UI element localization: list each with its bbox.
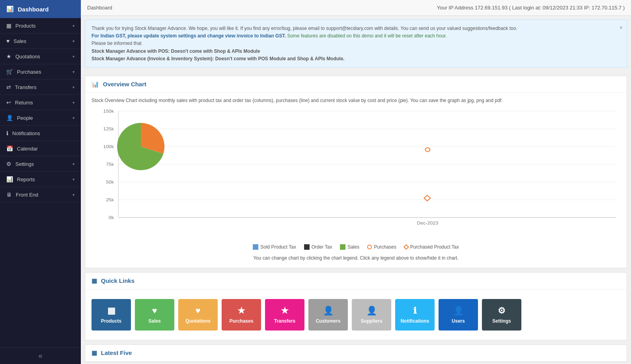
quick-links-section: ▦ Quick Links ▦Products♥Sales♥Quotations…	[85, 272, 627, 340]
latest-icon: ▦	[91, 349, 97, 357]
chart-legend: Sold Product Tax Order Tax Sales Purchas…	[91, 241, 620, 253]
chart-description: Stock Overview Chart including monthly s…	[91, 98, 620, 103]
sidebar-items: ▦ Products ▾ ♥ Sales ▾ ★ Quotations ▾ 🛒 …	[0, 18, 81, 202]
notifications-quicklink-label: Notifications	[401, 318, 429, 324]
arrow-settings: ▾	[73, 162, 75, 166]
banner-close-button[interactable]: ×	[620, 23, 623, 32]
overview-chart-header: 📊 Overview Chart	[85, 76, 627, 93]
sidebar-item-people[interactable]: 👤 People ▾	[0, 110, 81, 126]
sidebar-item-reports[interactable]: 📊 Reports ▾	[0, 172, 81, 187]
svg-text:25k: 25k	[106, 197, 114, 202]
arrow-sales: ▾	[73, 39, 75, 43]
suppliers-quicklink-label: Suppliers	[361, 318, 383, 324]
quicklink-products-button[interactable]: ▦Products	[91, 299, 131, 331]
arrow-frontend: ▾	[73, 193, 75, 197]
quicklink-quotations-button[interactable]: ♥Quotations	[178, 299, 218, 331]
legend-label-order-tax: Order Tax	[312, 244, 332, 250]
overview-chart-title: Overview Chart	[103, 81, 146, 87]
settings-icon: ⚙	[6, 161, 11, 167]
svg-text:Dec-2023: Dec-2023	[417, 221, 439, 225]
quicklink-settings-button[interactable]: ⚙Settings	[482, 299, 521, 331]
arrow-returns: ▾	[73, 100, 75, 105]
legend-sales[interactable]: Sales	[340, 244, 359, 250]
sidebar-label-notifications: Notifications	[12, 130, 40, 136]
legend-purchases[interactable]: Purchases	[367, 244, 396, 250]
purchases-quicklink-label: Purchases	[230, 318, 254, 324]
transfers-quicklink-label: Transfers	[274, 318, 295, 324]
sidebar-item-returns[interactable]: ↩ Returns ▾	[0, 95, 81, 110]
settings-quicklink-icon: ⚙	[498, 306, 506, 316]
notifications-quicklink-icon: ℹ	[413, 306, 416, 316]
quicklink-suppliers-button[interactable]: 👤Suppliers	[352, 299, 391, 331]
customers-quicklink-label: Customers	[316, 318, 341, 324]
banner-text1: Thank you for trying Stock Manager Advan…	[91, 25, 620, 32]
quicklink-transfers-button[interactable]: ★Transfers	[265, 299, 304, 331]
chart-icon: 📊	[91, 81, 99, 88]
sidebar-collapse-button[interactable]: «	[0, 347, 81, 364]
grid-icon: ▦	[91, 277, 97, 284]
overview-chart-section: 📊 Overview Chart Stock Overview Chart in…	[85, 76, 627, 268]
calendar-icon: 📅	[6, 145, 13, 152]
main-content: Dashboard Your IP Address 172.69.151.93 …	[81, 0, 631, 364]
latest-five-header: ▦ Latest Five	[85, 345, 627, 362]
legend-sold-product-tax[interactable]: Sold Product Tax	[253, 244, 296, 250]
legend-purchased-product-tax[interactable]: Purchased Product Tax	[404, 244, 459, 250]
legend-label-purchased-product-tax: Purchased Product Tax	[410, 244, 459, 250]
suppliers-quicklink-icon: 👤	[366, 306, 377, 316]
sidebar-label-transfers: Transfers	[15, 84, 36, 90]
banner-text4: Stock Manager Advance with POS: Doesn't …	[91, 48, 260, 54]
legend-diamond-purchased-product-tax	[403, 244, 409, 250]
quotations-quicklink-icon: ♥	[195, 306, 200, 316]
sidebar-item-notifications[interactable]: ℹ Notifications	[0, 126, 81, 141]
svg-text:0k: 0k	[109, 215, 114, 220]
svg-point-16	[426, 148, 430, 152]
returns-icon: ↩	[6, 99, 11, 106]
topbar: Dashboard Your IP Address 172.69.151.93 …	[81, 0, 631, 16]
sidebar-header-label: Dashboard	[18, 6, 49, 13]
sidebar-item-settings[interactable]: ⚙ Settings ▾	[0, 156, 81, 172]
notification-banner: × Thank you for trying Stock Manager Adv…	[85, 20, 627, 68]
arrow-people: ▾	[73, 116, 75, 120]
banner-text3: Please be informed that	[91, 40, 620, 47]
sidebar-item-quotations[interactable]: ★ Quotations ▾	[0, 49, 81, 64]
quick-links-body: ▦Products♥Sales♥Quotations★Purchases★Tra…	[85, 290, 627, 340]
sidebar-item-calendar[interactable]: 📅 Calendar	[0, 141, 81, 156]
dashboard-icon: 📊	[6, 6, 14, 13]
sidebar-item-sales[interactable]: ♥ Sales ▾	[0, 33, 81, 49]
purchases-quicklink-icon: ★	[237, 306, 245, 316]
sidebar-item-frontend[interactable]: 🖥 Front End ▾	[0, 187, 81, 202]
products-icon: ▦	[6, 22, 11, 29]
quicklink-purchases-button[interactable]: ★Purchases	[222, 299, 261, 331]
arrow-reports: ▾	[73, 177, 75, 182]
products-quicklink-label: Products	[101, 318, 121, 324]
svg-point-15	[201, 145, 250, 188]
svg-text:100k: 100k	[103, 144, 114, 149]
quicklink-customers-button[interactable]: 👤Customers	[308, 299, 348, 331]
quicklink-sales-button[interactable]: ♥Sales	[135, 299, 174, 331]
sidebar-item-transfers[interactable]: ⇄ Transfers ▾	[0, 80, 81, 95]
sidebar-item-products[interactable]: ▦ Products ▾	[0, 18, 81, 33]
quicklink-notifications-button[interactable]: ℹNotifications	[395, 299, 435, 331]
sidebar-label-reports: Reports	[17, 176, 35, 182]
sidebar-header[interactable]: 📊 Dashboard	[0, 0, 81, 18]
topbar-ip-info: Your IP Address 172.69.151.93 ( Last log…	[437, 5, 625, 11]
people-icon: 👤	[6, 115, 13, 121]
legend-label-purchases: Purchases	[374, 244, 396, 250]
legend-box-sales	[340, 244, 345, 250]
banner-text2: For Indian GST, please update system set…	[91, 32, 620, 40]
chart-tip: You can change chart by clicking the cha…	[91, 253, 620, 263]
users-quicklink-icon: 👤	[453, 306, 464, 316]
sidebar-item-purchases[interactable]: 🛒 Purchases ▾	[0, 64, 81, 80]
sidebar-label-purchases: Purchases	[17, 69, 41, 75]
transfers-quicklink-icon: ★	[281, 306, 289, 316]
legend-box-sold-product-tax	[253, 244, 258, 250]
purchases-icon: 🛒	[6, 69, 13, 75]
legend-order-tax[interactable]: Order Tax	[304, 244, 332, 250]
quicklink-users-button[interactable]: 👤Users	[439, 299, 478, 331]
legend-label-sales: Sales	[347, 244, 359, 250]
quotations-icon: ★	[6, 53, 11, 59]
quotations-quicklink-label: Quotations	[185, 318, 210, 324]
latest-five-section: ▦ Latest Five	[85, 344, 627, 362]
products-quicklink-icon: ▦	[107, 306, 116, 316]
sidebar-label-products: Products	[15, 23, 35, 29]
